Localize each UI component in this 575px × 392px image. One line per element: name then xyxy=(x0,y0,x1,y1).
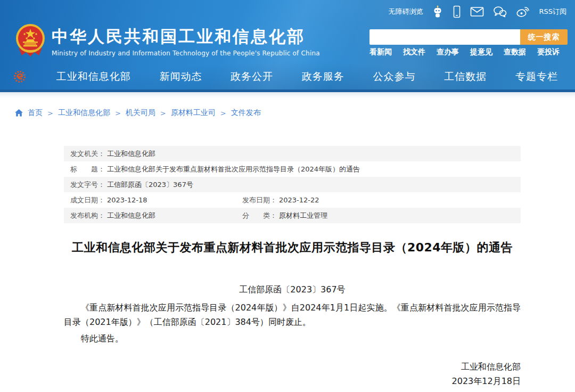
quick-link-data[interactable]: 查数据 xyxy=(504,47,526,57)
meta-label: 发布机构： xyxy=(70,211,105,219)
mail-icon[interactable] xyxy=(470,6,484,17)
meta-row-doc-number: 发文字号：工信部原函〔2023〕367号 xyxy=(64,177,521,192)
main-nav: 工业和信息化部 新闻动态 政务公开 政务服务 公众参与 工信数据 专题专栏 xyxy=(0,64,575,89)
sign-date: 2023年12月18日 xyxy=(64,374,521,388)
quick-link-files[interactable]: 找文件 xyxy=(403,47,425,57)
accessibility-link[interactable]: 无障碍浏览 xyxy=(388,7,423,17)
weibo-icon[interactable] xyxy=(516,6,530,18)
unified-search-button[interactable]: 统一搜索 xyxy=(520,29,568,45)
breadcrumb-item-miit[interactable]: 工业和信息化部 xyxy=(58,108,110,118)
nav-item-public-participation[interactable]: 公众参与 xyxy=(373,70,416,84)
mobile-icon[interactable] xyxy=(453,5,461,18)
site-title-cn: 中华人民共和国工业和信息化部 xyxy=(52,27,320,46)
nav-item-miit[interactable]: 工业和信息化部 xyxy=(56,70,131,84)
meta-value: 工信部原函〔2023〕367号 xyxy=(107,181,193,189)
search-bar: 统一搜索 xyxy=(369,29,568,45)
nav-item-gov-disclosure[interactable]: 政务公开 xyxy=(231,70,273,84)
site-header: 无障碍浏览 xyxy=(0,0,575,92)
article-paragraph: 《重点新材料首批次应用示范指导目录（2024年版）》自2024年1月1日起实施。… xyxy=(64,300,521,329)
breadcrumb-separator: > xyxy=(160,109,166,117)
national-emblem-logo[interactable] xyxy=(13,22,47,59)
meta-row-issuing-agency: 发文机关：工业和信息化部 xyxy=(64,146,521,161)
quick-link-services[interactable]: 查办事 xyxy=(437,47,459,57)
article-paragraph-notice: 特此通告。 xyxy=(64,331,521,346)
site-title-en: Ministry of Industry and Information Tec… xyxy=(52,50,320,57)
quick-link-complaint[interactable]: 要投诉 xyxy=(537,47,560,57)
meta-row-dates: 成文日期：2023-12-18 发布日期：2023-12-22 xyxy=(64,192,521,208)
meta-cell-category: 分 类：原材料工业管理 xyxy=(242,208,327,223)
meta-label: 发布日期： xyxy=(242,196,277,204)
meta-value: 工业和信息化部关于发布重点新材料首批次应用示范指导目录（2024年版）的通告 xyxy=(107,165,360,173)
miit-swirl-icon xyxy=(13,69,28,85)
meta-value: 2023-12-18 xyxy=(107,196,147,204)
nav-item-miit-data[interactable]: 工信数据 xyxy=(444,70,487,84)
article: 工业和信息化部关于发布重点新材料首批次应用示范指导目录（2024年版）的通告 工… xyxy=(64,239,521,388)
home-icon xyxy=(15,109,23,117)
document-meta-table: 发文机关：工业和信息化部 标 题：工业和信息化部关于发布重点新材料首批次应用示范… xyxy=(64,146,521,223)
meta-value: 2023-12-22 xyxy=(279,196,319,204)
breadcrumb: 首页 > 工业和信息化部 > 机关司局 > 原材料工业司 > 文件发布 xyxy=(15,108,261,118)
meta-value: 工业和信息化部 xyxy=(107,150,155,158)
article-title: 工业和信息化部关于发布重点新材料首批次应用示范指导目录（2024年版）的通告 xyxy=(64,239,521,257)
breadcrumb-item-raw-materials[interactable]: 原材料工业司 xyxy=(171,108,216,118)
nav-item-news[interactable]: 新闻动态 xyxy=(159,70,202,84)
robot-mascot-icon[interactable] xyxy=(432,5,443,18)
quick-links: 看新闻 找文件 查办事 提意见 查数据 要投诉 xyxy=(369,47,560,57)
quick-link-feedback[interactable]: 提意见 xyxy=(470,47,492,57)
quick-link-news[interactable]: 看新闻 xyxy=(369,47,392,57)
nav-item-special-topics[interactable]: 专题专栏 xyxy=(515,70,558,84)
meta-label: 标 题： xyxy=(70,165,105,173)
breadcrumb-home[interactable]: 首页 xyxy=(28,108,43,118)
meta-value: 原材料工业管理 xyxy=(279,211,327,219)
search-input[interactable] xyxy=(369,29,520,45)
doc-number: 工信部原函〔2023〕367号 xyxy=(64,284,521,296)
meta-label: 成文日期： xyxy=(70,196,105,204)
meta-label: 发文机关： xyxy=(70,150,105,158)
meta-label: 发文字号： xyxy=(70,181,105,189)
breadcrumb-separator: > xyxy=(115,109,121,117)
wechat-icon[interactable] xyxy=(493,6,507,18)
breadcrumb-separator: > xyxy=(220,109,226,117)
nav-item-gov-services[interactable]: 政务服务 xyxy=(302,70,344,84)
header-shadow-strip xyxy=(0,92,575,99)
signer: 工业和信息化部 xyxy=(64,360,521,374)
breadcrumb-item-document-release[interactable]: 文件发布 xyxy=(231,108,261,118)
rss-link[interactable]: RSS订阅 xyxy=(539,7,566,17)
meta-row-publisher: 发布机构：工业和信息化部 分 类：原材料工业管理 xyxy=(64,208,521,223)
topbar: 无障碍浏览 xyxy=(388,0,566,23)
breadcrumb-item-departments[interactable]: 机关司局 xyxy=(126,108,155,118)
meta-label: 分 类： xyxy=(242,211,277,219)
signature-block: 工业和信息化部 2023年12月18日 xyxy=(64,360,521,388)
meta-cell-publish-date: 发布日期：2023-12-22 xyxy=(242,192,319,208)
site-title: 中华人民共和国工业和信息化部 Ministry of Industry and … xyxy=(52,27,320,57)
breadcrumb-separator: > xyxy=(47,109,53,117)
meta-row-title: 标 题：工业和信息化部关于发布重点新材料首批次应用示范指导目录（2024年版）的… xyxy=(64,161,521,177)
meta-value: 工业和信息化部 xyxy=(107,211,155,219)
